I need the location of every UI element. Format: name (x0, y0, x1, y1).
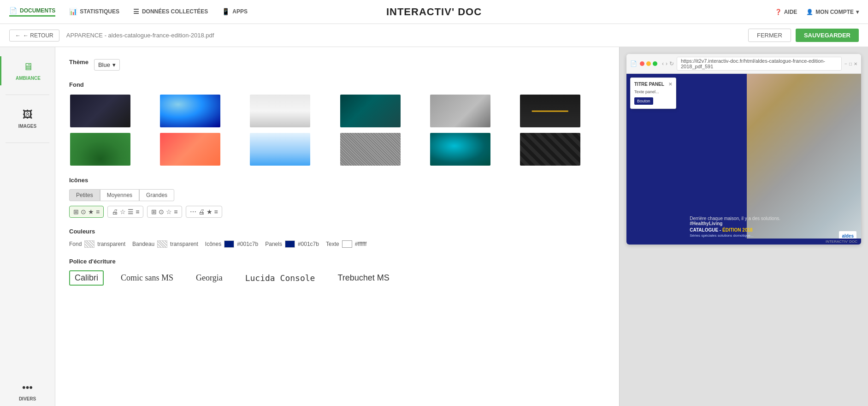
fond-thumb-teal-dark[interactable] (339, 94, 402, 128)
couleurs-label: Couleurs (69, 228, 605, 235)
couleur-fond-swatch[interactable] (84, 240, 94, 248)
icon-set-2[interactable]: 🖨 ☆ ☰ ≡ (107, 206, 143, 218)
nav-item-statistiques[interactable]: 📊 STATISTIQUES (69, 8, 119, 16)
icon-set-3[interactable]: ⊞ ⊙ ☆ ≡ (147, 206, 182, 218)
icon-set-1[interactable]: ⊞ ⊙ ★ ≡ (69, 206, 104, 218)
close-icon[interactable]: ✕ (854, 61, 857, 66)
fond-thumb-green-leaves[interactable] (69, 132, 131, 167)
preview-footer: INTERACTIV' DOC (685, 239, 861, 245)
icon-print2: 🖨 (198, 208, 205, 215)
couleur-texte-swatch[interactable] (342, 240, 352, 248)
fond-section: Fond (69, 81, 605, 167)
font-georgia[interactable]: Georgia (190, 270, 228, 286)
data-icon: ☰ (133, 8, 139, 15)
couleur-icones-swatch[interactable] (224, 240, 234, 248)
account-button[interactable]: 👤 MON COMPTE ▾ (806, 9, 859, 15)
restore-icon[interactable]: □ (849, 61, 852, 66)
catalogue-hashtag-text: Derrière chaque maison, il y a des solut… (690, 216, 780, 226)
sidebar-ambiance-label: AMBIANCE (16, 76, 41, 81)
font-calibri[interactable]: Calibri (69, 270, 104, 286)
icon-menu2: ≡ (214, 208, 218, 215)
sidebar-divider-2 (6, 143, 49, 143)
fond-thumb-dark-geo[interactable] (69, 94, 131, 128)
catalogue-text-block: Derrière chaque maison, il y a des solut… (690, 216, 780, 226)
icon-lines: ≡ (174, 208, 177, 215)
browser-toolbar: 📄 ‹ › ↻ https://it2v7.interactiv-doc.fr/… (626, 54, 861, 74)
font-lucida[interactable]: Lucida Console (240, 270, 321, 286)
panel-close-button[interactable]: ✕ (668, 82, 672, 87)
couleur-fond-label: Fond (69, 241, 82, 247)
sidebar-item-divers[interactable]: ••• DIVERS (0, 377, 55, 406)
nav-item-apps[interactable]: 📱 APPS (222, 8, 248, 16)
font-comic[interactable]: Comic sans MS (115, 270, 179, 286)
sidebar-item-images[interactable]: 🖼 IMAGES (0, 104, 55, 133)
back-label: ← RETOUR (23, 32, 53, 39)
monitor-icon: 🖥 (23, 61, 33, 73)
back-button[interactable]: ← ← RETOUR (9, 30, 59, 42)
icon-star: ★ (88, 208, 94, 215)
browser-url-bar[interactable]: https://it2v7.interactiv-doc.fr/html/ald… (677, 57, 842, 71)
couleur-fond-value: transparent (97, 241, 125, 247)
nav-item-donnees[interactable]: ☰ DONNÉES COLLECTÉES (133, 8, 208, 16)
minimize-icon[interactable]: − (844, 61, 847, 66)
sidebar-item-ambiance[interactable]: 🖥 AMBIANCE (0, 56, 55, 85)
nav-label-apps: APPS (232, 8, 248, 15)
apps-icon: 📱 (222, 8, 230, 15)
nav-left: 📄 DOCUMENTS 📊 STATISTIQUES ☰ DONNÉES COL… (9, 7, 248, 17)
fond-thumb-grey-triangle[interactable] (429, 94, 491, 128)
panel-text: Texte panel... (634, 90, 672, 94)
icon-sets: ⊞ ⊙ ★ ≡ 🖨 ☆ ☰ ≡ ⊞ ⊙ ☆ ≡ (69, 206, 605, 218)
icon-print: 🖨 (112, 208, 118, 215)
back-arrow-icon[interactable]: ‹ (662, 60, 664, 67)
help-icon: ❓ (775, 9, 782, 15)
icon-dots: ⋯ (190, 208, 196, 215)
icones-section: Icônes Petites Moyennes Grandes ⊞ ⊙ ★ ≡ … (69, 177, 605, 218)
forward-arrow-icon[interactable]: › (666, 60, 667, 67)
icon-list: ☰ (128, 208, 134, 215)
font-trebuchet[interactable]: Trebuchet MS (332, 270, 395, 286)
browser-content: TITRE PANEL ✕ Texte panel... Bouton (626, 74, 861, 245)
fond-thumb-teal-bokeh[interactable] (429, 132, 491, 167)
fond-thumb-grey-grad[interactable] (249, 94, 311, 128)
nav-label-statistiques: STATISTIQUES (80, 8, 119, 15)
police-label: Police d'écriture (69, 258, 605, 265)
fond-thumb-red-grad[interactable] (159, 132, 221, 167)
fond-thumb-black-gold[interactable] (519, 94, 581, 128)
chevron-icon: ▾ (112, 61, 116, 68)
icon-grid: ⊞ (151, 208, 157, 215)
couleur-texte: Texte #ffffff (326, 240, 366, 248)
refresh-icon[interactable]: ↻ (669, 60, 674, 67)
fond-thumb-light-blue[interactable] (249, 132, 311, 167)
fond-thumb-black-pattern[interactable] (519, 132, 581, 167)
catalogue-image-area: Derrière chaque maison, il y a des solut… (685, 74, 861, 245)
couleur-panels-swatch[interactable] (285, 240, 295, 248)
fond-thumb-blue-bokeh[interactable] (159, 94, 221, 128)
sub-header: ← ← RETOUR APPARENCE - aldes-catalogue-f… (0, 24, 868, 47)
icon-star-o: ☆ (120, 208, 126, 215)
couleur-bandeau-swatch[interactable] (157, 240, 167, 248)
fond-thumb-grey-texture[interactable] (339, 132, 402, 167)
content-area: Thème Blue ▾ Fond (55, 47, 619, 406)
nav-item-documents[interactable]: 📄 DOCUMENTS (9, 7, 55, 17)
tab-moyennes[interactable]: Moyennes (100, 189, 139, 201)
tab-petites[interactable]: Petites (69, 189, 100, 201)
icon-set-4[interactable]: ⋯ 🖨 ★ ≡ (186, 206, 222, 218)
page-icon: 📄 (630, 60, 637, 67)
icon-dot: ⊙ (159, 208, 164, 215)
maximize-dot (653, 61, 657, 66)
fond-grid (69, 94, 605, 167)
document-icon: 📄 (9, 7, 17, 14)
divers-icon: ••• (22, 382, 33, 394)
sauvegarder-button[interactable]: SAUVEGARDER (796, 29, 859, 42)
brand-logo: INTERACTIV' DOC (386, 6, 482, 18)
main-layout: 🖥 AMBIANCE 🖼 IMAGES ••• DIVERS Thème Blu… (0, 47, 868, 406)
theme-select[interactable]: Blue ▾ (94, 59, 120, 71)
image-icon: 🖼 (23, 109, 33, 121)
tab-grandes[interactable]: Grandes (139, 189, 174, 201)
panel-button[interactable]: Bouton (634, 97, 653, 105)
couleur-bandeau: Bandeau transparent (132, 240, 198, 248)
chevron-down-icon: ▾ (856, 9, 859, 15)
fermer-button[interactable]: FERMER (748, 29, 791, 42)
page-title: APPARENCE - aldes-catalogue-france-editi… (66, 32, 214, 39)
help-button[interactable]: ❓ AIDE (775, 9, 797, 15)
